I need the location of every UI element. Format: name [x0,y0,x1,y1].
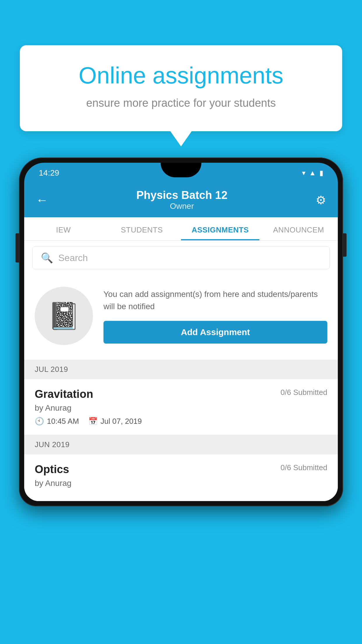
status-time: 14:29 [39,168,59,178]
add-assignment-button[interactable]: Add Assignment [103,321,327,344]
assignment-date: Jul 07, 2019 [101,417,142,426]
tab-assignments[interactable]: ASSIGNMENTS [181,217,259,240]
search-icon: 🔍 [41,252,53,264]
assignment-name: Gravitation [35,388,93,400]
section-jul-2019: JUL 2019 [24,360,338,379]
assignment-top-row-optics: Optics 0/6 Submitted [35,463,327,476]
notch-cutout [161,163,201,177]
phone-outer: 14:29 ▾ ▲ ▮ ← Physics Batch 12 Owner ⚙ [19,158,343,506]
assignment-item-gravitation[interactable]: Gravitation 0/6 Submitted by Anurag 🕙 10… [24,379,338,435]
back-button[interactable]: ← [36,193,48,207]
assignment-submitted: 0/6 Submitted [281,388,327,397]
search-input-wrap[interactable]: 🔍 Search [32,246,330,269]
screen-content: 🔍 Search 📓 You can add assignment(s) fro… [24,241,338,501]
search-placeholder: Search [58,253,88,263]
tab-students[interactable]: STUDENTS [103,217,181,240]
bubble-title: Online assignments [43,63,319,88]
header-center: Physics Batch 12 Owner [136,189,228,211]
wifi-icon: ▾ [302,169,305,177]
search-container: 🔍 Search [24,241,338,275]
meta-time: 🕙 10:45 AM [35,417,79,426]
speech-bubble: Online assignments ensure more practice … [20,45,342,131]
status-bar: 14:29 ▾ ▲ ▮ [24,163,338,183]
calendar-icon: 📅 [88,417,98,426]
settings-icon[interactable]: ⚙ [316,193,326,207]
notebook-icon: 📓 [48,301,80,331]
assignment-meta: 🕙 10:45 AM 📅 Jul 07, 2019 [35,417,327,426]
header-title: Physics Batch 12 [136,189,228,202]
phone-screen: 14:29 ▾ ▲ ▮ ← Physics Batch 12 Owner ⚙ [24,163,338,501]
status-icons: ▾ ▲ ▮ [302,169,323,177]
assignment-by-optics: by Anurag [35,479,327,488]
tab-iew[interactable]: IEW [24,217,103,240]
tabs-bar: IEW STUDENTS ASSIGNMENTS ANNOUNCEM [24,217,338,241]
app-header: ← Physics Batch 12 Owner ⚙ [24,183,338,217]
assignment-by: by Anurag [35,403,327,413]
add-assignment-section: 📓 You can add assignment(s) from here an… [24,275,338,360]
signal-icon: ▲ [309,169,316,177]
tab-announcements[interactable]: ANNOUNCEM [259,217,338,240]
phone-device: 14:29 ▾ ▲ ▮ ← Physics Batch 12 Owner ⚙ [19,158,343,644]
add-info-text: You can add assignment(s) from here and … [103,288,327,313]
battery-icon: ▮ [319,169,323,177]
add-assignment-right: You can add assignment(s) from here and … [103,288,327,344]
meta-date: 📅 Jul 07, 2019 [88,417,142,426]
assignment-name-optics: Optics [35,463,69,476]
assignment-top-row: Gravitation 0/6 Submitted [35,388,327,400]
assignment-submitted-optics: 0/6 Submitted [281,463,327,472]
assignment-item-optics[interactable]: Optics 0/6 Submitted by Anurag [24,454,338,501]
assignment-icon-circle: 📓 [35,287,93,345]
section-jun-2019: JUN 2019 [24,435,338,454]
bubble-subtitle: ensure more practice for your students [43,95,319,111]
header-subtitle: Owner [136,202,228,211]
assignment-time: 10:45 AM [47,417,79,426]
clock-icon: 🕙 [35,417,44,426]
speech-bubble-container: Online assignments ensure more practice … [20,45,342,131]
